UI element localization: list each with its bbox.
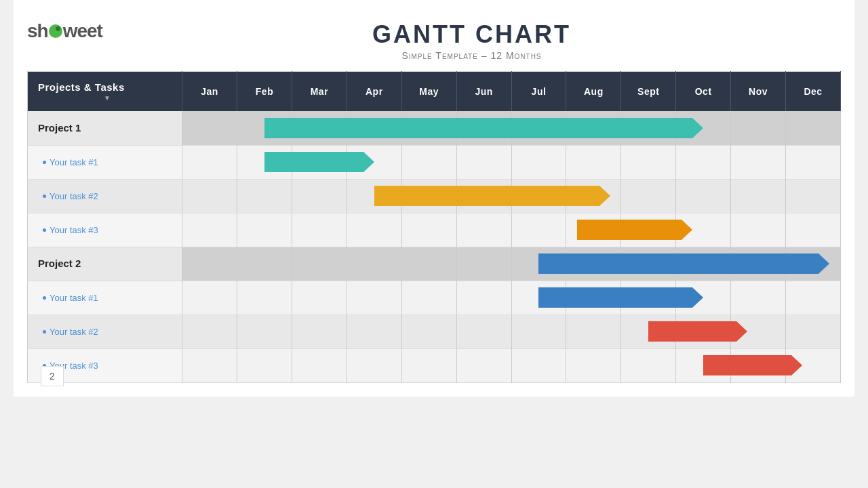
col-jan: Jan: [182, 72, 237, 112]
logo-icon: [49, 24, 62, 38]
logo: sh weet: [27, 20, 102, 42]
task-label: Your task #2: [28, 191, 182, 201]
col-aug: Aug: [566, 72, 621, 112]
page-subtitle: Simple Template – 12 Months: [102, 50, 841, 61]
col-jun: Jun: [456, 72, 511, 112]
task-row: Your task #2: [28, 314, 841, 348]
task-bullet: [43, 330, 46, 333]
task-row: Your task #1: [28, 145, 841, 179]
col-mar: Mar: [292, 72, 347, 112]
gantt-header-row: Projects & Tasks ▼ Jan Feb Mar Apr May J…: [28, 72, 841, 112]
sort-arrow-icon: ▼: [38, 94, 176, 102]
col-sept: Sept: [621, 72, 676, 112]
col-projects: Projects & Tasks ▼: [28, 72, 182, 112]
task-label: Your task #1: [28, 293, 182, 303]
task-label: Your task #3: [28, 225, 182, 235]
project-label: Project 2: [28, 258, 81, 269]
task-bullet: [43, 296, 46, 300]
project-row: Project 2: [28, 247, 841, 281]
task-label: Your task #2: [28, 327, 182, 337]
col-dec: Dec: [785, 72, 840, 112]
col-oct: Oct: [676, 72, 731, 112]
col-nov: Nov: [731, 72, 786, 112]
task-label: Your task #1: [28, 157, 182, 167]
page-title: Gantt Chart: [102, 20, 841, 49]
col-jul: Jul: [511, 72, 566, 112]
logo-text: sh: [27, 20, 48, 42]
task-row: Your task #3: [28, 348, 841, 382]
task-bullet: [43, 195, 46, 198]
task-bullet: [43, 161, 46, 164]
main-page: sh weet Gantt Chart Simple Template – 12…: [14, 0, 854, 396]
col-may: May: [401, 72, 456, 112]
col-apr: Apr: [347, 72, 401, 112]
task-row: Your task #3: [28, 213, 841, 247]
task-row: Your task #1: [28, 281, 841, 314]
task-bullet: [43, 228, 46, 232]
project-label: Project 1: [28, 122, 81, 134]
page-number: 2: [41, 366, 64, 386]
project-row: Project 1: [28, 111, 841, 145]
task-row: Your task #2: [28, 179, 841, 213]
logo-text-2: weet: [63, 20, 102, 42]
title-area: Gantt Chart Simple Template – 12 Months: [102, 20, 841, 61]
page-header: sh weet Gantt Chart Simple Template – 12…: [14, 14, 854, 61]
gantt-container: Projects & Tasks ▼ Jan Feb Mar Apr May J…: [14, 71, 854, 383]
col-feb: Feb: [237, 72, 292, 112]
gantt-table: Projects & Tasks ▼ Jan Feb Mar Apr May J…: [27, 71, 841, 383]
